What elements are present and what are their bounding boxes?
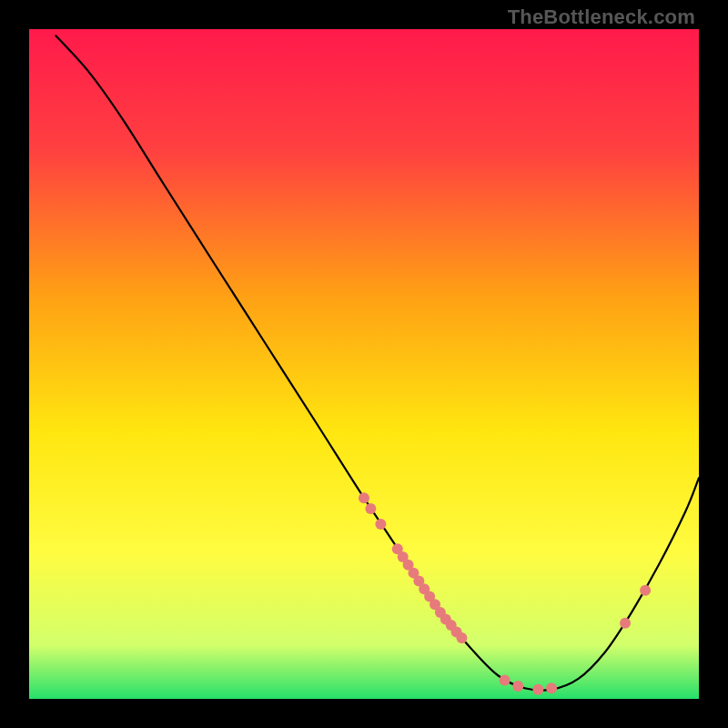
scatter-point bbox=[359, 492, 369, 503]
chart-plot bbox=[29, 29, 699, 699]
scatter-point bbox=[365, 503, 376, 514]
scatter-point bbox=[640, 585, 651, 596]
scatter-point bbox=[546, 682, 557, 693]
scatter-point bbox=[500, 674, 511, 685]
watermark-text: TheBottleneck.com bbox=[508, 5, 695, 29]
chart-frame bbox=[29, 29, 699, 699]
scatter-point bbox=[532, 684, 543, 695]
scatter-point bbox=[620, 618, 631, 629]
scatter-point bbox=[456, 632, 467, 643]
scatter-point bbox=[512, 681, 523, 692]
scatter-point bbox=[375, 519, 386, 530]
